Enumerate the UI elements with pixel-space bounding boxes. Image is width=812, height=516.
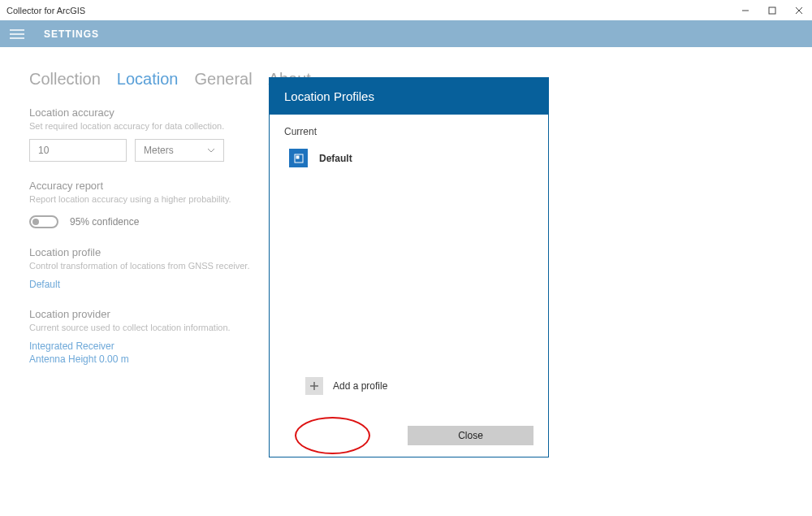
confidence-toggle-label: 95% confidence — [70, 216, 139, 228]
close-button[interactable]: Close — [408, 426, 533, 445]
profile-icon — [289, 149, 308, 167]
svg-rect-8 — [296, 156, 299, 158]
tab-collection[interactable]: Collection — [29, 70, 101, 89]
titlebar: Collector for ArcGIS — [0, 0, 812, 20]
dialog-body: Current Default Add a profile Close — [270, 115, 548, 457]
accuracy-value-input[interactable]: 10 — [29, 139, 127, 162]
location-profiles-dialog: Location Profiles Current Default Add a … — [269, 77, 549, 457]
add-profile-label: Add a profile — [333, 380, 387, 392]
plus-icon — [305, 377, 323, 395]
minimize-button[interactable] — [732, 0, 758, 20]
app-toolbar: SETTINGS — [0, 20, 812, 47]
window-controls — [732, 0, 812, 20]
profile-name: Default — [319, 153, 352, 164]
close-window-button[interactable] — [785, 0, 812, 20]
tab-general[interactable]: General — [194, 70, 252, 89]
menu-icon[interactable] — [5, 22, 29, 46]
chevron-down-icon — [207, 148, 215, 153]
add-profile-button[interactable]: Add a profile — [305, 377, 387, 395]
toolbar-title: SETTINGS — [44, 28, 99, 40]
content-area: Collection Location General About Locati… — [0, 47, 812, 516]
profile-row-default[interactable]: Default — [289, 149, 533, 167]
svg-rect-1 — [769, 7, 775, 14]
accuracy-unit-select[interactable]: Meters — [135, 139, 224, 162]
window-title: Collector for ArcGIS — [6, 6, 85, 15]
confidence-toggle[interactable] — [29, 215, 58, 228]
tab-location[interactable]: Location — [117, 70, 179, 89]
maximize-button[interactable] — [758, 0, 785, 20]
current-label: Current — [284, 126, 533, 137]
dialog-title: Location Profiles — [270, 78, 548, 115]
